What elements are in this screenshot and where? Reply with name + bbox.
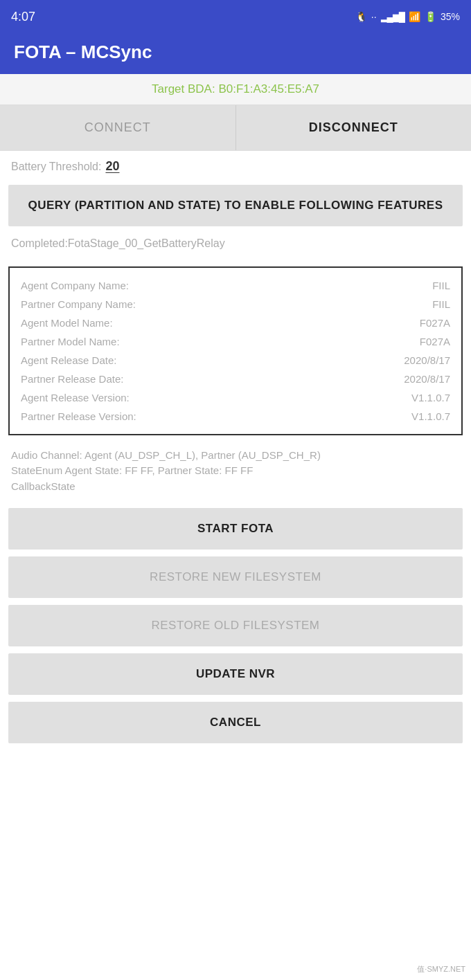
info-row-3: Partner Model Name:F027A <box>21 332 450 351</box>
info-row-2: Agent Model Name:F027A <box>21 314 450 332</box>
start-fota-button[interactable]: START FOTA <box>8 508 463 550</box>
battery-threshold-label: Battery Threshold: <box>11 161 101 173</box>
battery-threshold-row: Battery Threshold: 20 <box>0 151 471 178</box>
info-row-6: Agent Release Version:V1.1.0.7 <box>21 388 450 407</box>
info-value-1: FIIL <box>432 298 450 310</box>
app-title: FOTA – MCSync <box>14 42 457 63</box>
info-row-4: Agent Release Date:2020/8/17 <box>21 351 450 370</box>
info-label-2: Agent Model Name: <box>21 317 113 329</box>
status-time: 4:07 <box>11 10 35 24</box>
info-value-5: 2020/8/17 <box>404 373 450 385</box>
watermark: 值·SMYZ.NET <box>417 964 465 974</box>
device-info-box: Agent Company Name:FIILPartner Company N… <box>8 266 463 435</box>
info-value-0: FIIL <box>432 280 450 291</box>
restore-old-button[interactable]: RESTORE OLD FILESYSTEM <box>8 605 463 646</box>
info-label-3: Partner Model Name: <box>21 336 120 347</box>
info-value-4: 2020/8/17 <box>404 354 450 366</box>
info-label-4: Agent Release Date: <box>21 354 116 366</box>
query-button[interactable]: QUERY (PARTITION AND STATE) TO ENABLE FO… <box>8 185 463 226</box>
wifi-icon: 📶 <box>409 11 420 22</box>
state-enum-line: StateEnum Agent State: FF FF, Partner St… <box>11 463 460 479</box>
info-value-2: F027A <box>420 317 450 329</box>
info-row-0: Agent Company Name:FIIL <box>21 276 450 295</box>
info-label-7: Partner Release Version: <box>21 410 136 422</box>
info-row-1: Partner Company Name:FIIL <box>21 295 450 314</box>
audio-channel-line: Audio Channel: Agent (AU_DSP_CH_L), Part… <box>11 448 460 464</box>
callback-state-line: CallbackState <box>11 479 460 495</box>
info-label-1: Partner Company Name: <box>21 298 136 310</box>
wechat-icon: 🐧 <box>355 11 367 22</box>
dots-icon: ·· <box>371 11 377 22</box>
restore-new-button[interactable]: RESTORE NEW FILESYSTEM <box>8 556 463 598</box>
cancel-button[interactable]: CANCEL <box>8 702 463 743</box>
info-row-5: Partner Release Date:2020/8/17 <box>21 370 450 388</box>
completed-text: Completed:FotaStage_00_GetBatteryRelay <box>0 233 471 261</box>
info-value-6: V1.1.0.7 <box>411 392 450 403</box>
status-bar: 4:07 🐧 ·· ▂▄▆█ 📶 🔋 35% <box>0 0 471 33</box>
target-bda-section: Target BDA: B0:F1:A3:45:E5:A7 <box>0 74 471 105</box>
battery-threshold-value: 20 <box>105 159 119 174</box>
info-label-0: Agent Company Name: <box>21 280 129 291</box>
update-nvr-button[interactable]: UPDATE NVR <box>8 653 463 695</box>
signal-icon: ▂▄▆█ <box>381 12 405 22</box>
app-header: FOTA – MCSync <box>0 33 471 74</box>
connect-button[interactable]: CONNECT <box>0 105 236 150</box>
info-value-7: V1.1.0.7 <box>411 410 450 422</box>
connect-disconnect-row: CONNECT DISCONNECT <box>0 105 471 151</box>
target-bda-text: Target BDA: B0:F1:A3:45:E5:A7 <box>152 82 319 96</box>
battery-percent: 35% <box>441 11 460 22</box>
status-icons: 🐧 ·· ▂▄▆█ 📶 🔋 35% <box>355 11 460 22</box>
disconnect-button[interactable]: DISCONNECT <box>236 105 472 150</box>
info-row-7: Partner Release Version:V1.1.0.7 <box>21 407 450 426</box>
audio-channel-text: Audio Channel: Agent (AU_DSP_CH_L), Part… <box>0 441 471 502</box>
info-label-6: Agent Release Version: <box>21 392 130 403</box>
info-value-3: F027A <box>420 336 450 347</box>
content: Target BDA: B0:F1:A3:45:E5:A7 CONNECT DI… <box>0 74 471 743</box>
battery-icon: 🔋 <box>425 11 436 22</box>
info-label-5: Partner Release Date: <box>21 373 123 385</box>
